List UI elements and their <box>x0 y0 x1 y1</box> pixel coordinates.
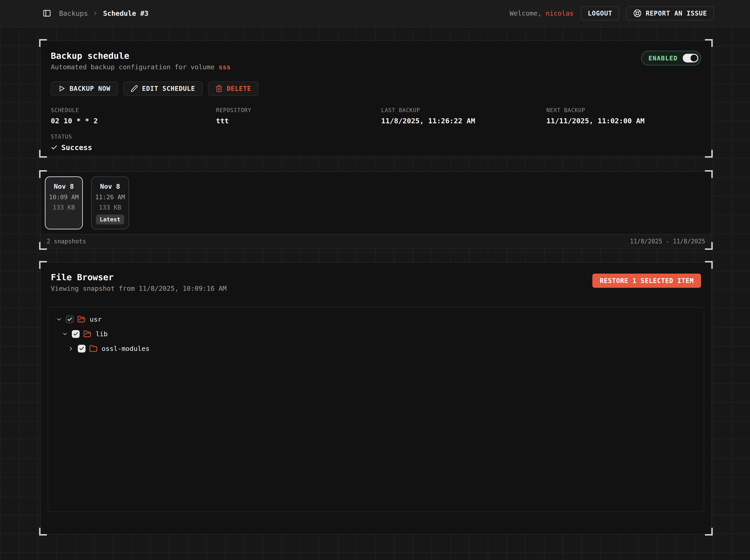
tree-checkbox[interactable] <box>72 330 80 338</box>
snapshot-date-range: 11/8/2025 - 11/8/2025 <box>630 238 705 245</box>
detail-schedule: SCHEDULE 02 10 * * 2 <box>51 107 216 125</box>
breadcrumb: Backups Schedule #3 <box>59 9 149 17</box>
logout-button[interactable]: LOGOUT <box>581 6 619 20</box>
status-block: STATUS Success <box>51 134 701 152</box>
enabled-toggle[interactable]: ENABLED <box>641 51 701 65</box>
report-issue-button-label: REPORT AN ISSUE <box>646 9 707 17</box>
toggle-knob <box>691 55 697 62</box>
username: nicolas <box>546 9 574 17</box>
chevron-icon[interactable] <box>62 331 68 337</box>
welcome-text: Welcome, nicolas <box>510 9 574 17</box>
snapshot-date: Nov 8 <box>100 183 120 190</box>
check-icon <box>51 144 58 151</box>
corner-bracket <box>39 150 47 158</box>
snapshot-list: Nov 8 10:09 AM 133 KB Nov 8 11:26 AM 133… <box>41 172 711 234</box>
corner-bracket <box>705 39 713 47</box>
chevron-icon[interactable] <box>68 345 74 352</box>
chevron-right-icon <box>93 10 98 16</box>
snapshot-size: 133 KB <box>53 204 75 211</box>
snapshot-card[interactable]: Nov 8 11:26 AM 133 KB Latest <box>91 176 129 229</box>
pencil-icon <box>131 85 138 92</box>
tree-row[interactable]: lib <box>48 327 704 341</box>
tree-checkbox[interactable] <box>66 316 74 323</box>
corner-bracket <box>705 170 713 178</box>
backup-now-button[interactable]: BACKUP NOW <box>51 81 118 96</box>
corner-bracket <box>39 242 47 250</box>
detail-label: NEXT BACKUP <box>546 107 701 114</box>
detail-label: SCHEDULE <box>51 107 216 114</box>
schedule-card-subtitle: Automated backup configuration for volum… <box>51 63 231 71</box>
detail-value: ttt <box>216 117 381 125</box>
detail-value: 02 10 * * 2 <box>51 117 216 125</box>
detail-value: 11/11/2025, 11:02:00 AM <box>546 117 701 125</box>
corner-bracket <box>705 242 713 250</box>
detail-repository: REPOSITORY ttt <box>216 107 381 125</box>
tree-label: ossl-modules <box>102 345 150 353</box>
detail-next-backup: NEXT BACKUP 11/11/2025, 11:02:00 AM <box>546 107 701 125</box>
breadcrumb-backups[interactable]: Backups <box>59 9 88 17</box>
snapshots-footer: 2 snapshots 11/8/2025 - 11/8/2025 <box>41 234 711 248</box>
sidebar-toggle-button[interactable] <box>43 9 51 18</box>
corner-bracket <box>39 528 47 536</box>
topbar: Backups Schedule #3 Welcome, nicolas LOG… <box>0 0 750 27</box>
snapshot-latest-badge: Latest <box>96 215 124 224</box>
file-browser-subtitle: Viewing snapshot from 11/8/2025, 10:09:1… <box>51 284 226 292</box>
snapshot-card[interactable]: Nov 8 10:09 AM 133 KB <box>45 176 83 229</box>
snapshot-date: Nov 8 <box>54 183 74 190</box>
corner-bracket <box>39 39 47 47</box>
detail-value: 11/8/2025, 11:26:22 AM <box>381 117 546 125</box>
file-browser-card: File Browser Viewing snapshot from 11/8/… <box>40 262 712 534</box>
detail-last-backup: LAST BACKUP 11/8/2025, 11:26:22 AM <box>381 107 546 125</box>
welcome-prefix: Welcome, <box>510 9 546 17</box>
restore-selected-button[interactable]: RESTORE 1 SELECTED ITEM <box>592 274 701 288</box>
corner-bracket <box>705 528 713 536</box>
life-buoy-icon <box>633 9 642 17</box>
play-icon <box>58 85 65 92</box>
status-label: STATUS <box>51 134 701 140</box>
corner-bracket <box>705 261 713 269</box>
toggle-switch[interactable] <box>683 54 698 62</box>
snapshot-size: 133 KB <box>99 204 121 211</box>
chevron-icon[interactable] <box>56 316 62 323</box>
volume-name: sss <box>218 63 231 71</box>
enabled-label: ENABLED <box>648 55 678 62</box>
tree-row[interactable]: usr <box>48 312 704 327</box>
file-browser-title: File Browser <box>51 272 226 282</box>
panel-left-icon <box>43 9 51 18</box>
tree-label: usr <box>90 316 102 323</box>
main-canvas: Backup schedule Automated backup configu… <box>0 27 750 560</box>
breadcrumb-current: Schedule #3 <box>103 9 149 17</box>
snapshot-count: 2 snapshots <box>47 238 86 245</box>
detail-label: LAST BACKUP <box>381 107 546 114</box>
folder-open-icon <box>83 330 92 338</box>
edit-schedule-button[interactable]: EDIT SCHEDULE <box>123 81 202 96</box>
tree-label: lib <box>96 330 107 338</box>
edit-schedule-label: EDIT SCHEDULE <box>142 85 195 93</box>
backup-now-label: BACKUP NOW <box>70 85 111 93</box>
snapshot-time: 11:26 AM <box>95 194 125 201</box>
report-issue-button[interactable]: REPORT AN ISSUE <box>627 6 714 20</box>
logout-button-label: LOGOUT <box>588 9 612 17</box>
corner-bracket <box>705 150 713 158</box>
snapshot-time: 10:09 AM <box>49 194 79 201</box>
subtitle-prefix: Automated backup configuration for volum… <box>51 63 218 71</box>
backup-schedule-card: Backup schedule Automated backup configu… <box>40 40 712 157</box>
folder-open-icon <box>77 315 85 323</box>
folder-closed-icon <box>89 344 97 353</box>
tree-row[interactable]: ossl-modules <box>48 341 704 356</box>
schedule-card-title: Backup schedule <box>51 51 231 61</box>
snapshots-section: Nov 8 10:09 AM 133 KB Nov 8 11:26 AM 133… <box>40 171 712 249</box>
file-tree: usr lib ossl-modules <box>47 307 704 512</box>
status-value: Success <box>61 143 92 152</box>
trash-icon <box>215 85 223 92</box>
tree-checkbox[interactable] <box>78 345 85 353</box>
corner-bracket <box>39 170 47 178</box>
corner-bracket <box>39 261 47 269</box>
detail-label: REPOSITORY <box>216 107 381 114</box>
delete-button[interactable]: DELETE <box>208 81 259 96</box>
delete-label: DELETE <box>227 85 251 93</box>
